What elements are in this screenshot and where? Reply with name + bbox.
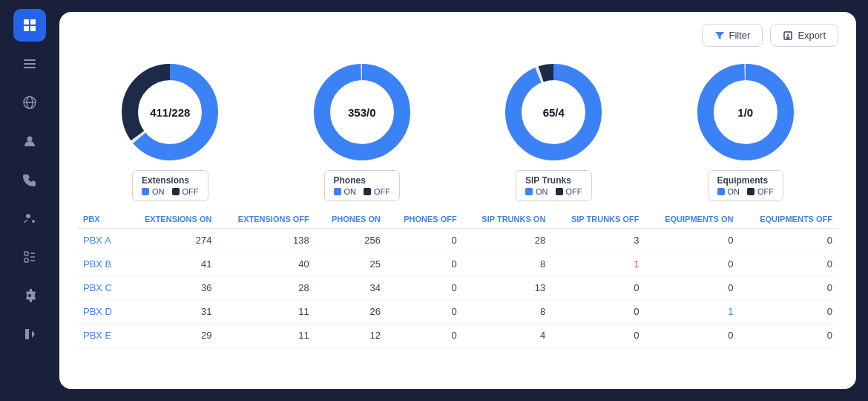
sidebar-item-dashboard[interactable] [13,9,46,42]
legend-dot-off-phones [364,188,371,195]
legend-items-sip-trunks: ON OFF [525,187,582,196]
cell-1-4: 0 [387,252,463,276]
legend-dot-off-extensions [172,188,180,195]
svg-rect-5 [24,63,36,65]
sidebar-item-settings[interactable] [13,279,46,312]
data-table: PBXEXTENSIONS ONEXTENSIONS OFFPHONES ONP… [77,210,838,348]
cell-4-0: PBX E [77,324,125,348]
legend-items-phones: ON OFF [334,187,391,196]
legend-dot-on-sip-trunks [525,188,533,195]
legend-items-extensions: ON OFF [142,187,199,196]
svg-rect-14 [24,258,28,262]
cell-2-2: 28 [217,276,315,300]
legend-dot-on-extensions [142,188,149,195]
cell-4-4: 0 [387,324,463,348]
cell-4-1: 29 [125,324,218,348]
donut-label-equipments: 1/0 [737,106,753,119]
cell-2-3: 34 [315,276,387,300]
phone-icon [22,172,37,187]
col-header-1: EXTENSIONS ON [125,210,218,229]
legend-items-equipments: ON OFF [717,187,775,196]
sidebar-item-items[interactable] [13,241,46,273]
svg-point-11 [26,214,30,218]
cell-1-1: 41 [125,252,218,276]
sidebar-item-user[interactable] [13,125,46,157]
filter-label: Filter [729,30,751,41]
user-config-icon [22,211,37,226]
legend-equipments: Equipments ON OFF [708,170,784,201]
main-card: Filter Export 411/228 Extensions ON [59,12,856,389]
cell-4-7: 0 [645,324,739,348]
donut-label-phones: 353/0 [348,106,376,119]
svg-rect-1 [30,19,36,25]
filter-button[interactable]: Filter [702,24,763,47]
cell-3-6: 0 [551,300,645,324]
charts-row: 411/228 Extensions ON OFF 353/0 Phones O… [59,53,856,201]
toolbar: Filter Export [59,12,856,53]
filter-icon [714,30,725,41]
cell-2-5: 13 [463,276,552,300]
col-header-6: SIP TRUNKS OFF [551,210,645,229]
svg-rect-13 [24,252,28,255]
legend-dot-on-phones [334,188,341,195]
cell-0-1: 274 [125,229,218,252]
sidebar-item-list[interactable] [13,48,46,80]
col-header-7: EQUIPMENTS ON [645,210,739,229]
table-container[interactable]: PBXEXTENSIONS ONEXTENSIONS OFFPHONES ONP… [59,201,856,389]
col-header-8: EQUIPMENTS OFF [739,210,838,229]
col-header-0: PBX [77,210,125,229]
svg-point-10 [27,137,33,142]
donut-sip-trunks: 65/4 [502,60,605,164]
cell-3-8: 0 [739,300,838,324]
legend-off-phones: OFF [364,187,390,196]
legend-on-equipments: ON [717,187,740,196]
svg-rect-6 [24,67,36,68]
legend-on-label-phones: ON [344,187,357,196]
cell-2-1: 36 [125,276,218,300]
col-header-4: PHONES OFF [387,210,463,229]
cell-4-2: 11 [217,324,315,348]
cell-4-6: 0 [551,324,645,348]
col-header-2: EXTENSIONS OFF [217,210,315,229]
sidebar [0,0,59,401]
cell-1-2: 40 [217,252,315,276]
legend-on-label-equipments: ON [728,187,740,196]
export-button[interactable]: Export [770,24,838,47]
chart-item-phones: 353/0 Phones ON OFF [310,60,414,201]
donut-extensions: 411/228 [118,60,222,164]
cell-0-0: PBX A [77,229,125,252]
legend-off-equipments: OFF [747,187,774,196]
export-icon [783,30,793,41]
legend-phones: Phones ON OFF [324,170,401,201]
svg-rect-2 [24,26,29,31]
svg-rect-4 [24,59,36,61]
cell-3-3: 26 [315,300,387,324]
cell-1-8: 0 [739,252,838,276]
sidebar-item-exit[interactable] [13,318,46,351]
cell-3-4: 0 [387,300,463,324]
svg-point-12 [32,220,35,223]
sidebar-item-phone[interactable] [13,163,46,196]
exit-icon [22,327,37,342]
table-row: PBX B41402508100 [77,252,838,276]
cell-2-6: 0 [551,276,645,300]
dashboard-icon [22,18,37,33]
legend-on-label-extensions: ON [152,187,165,196]
cell-2-4: 0 [387,276,463,300]
cell-0-7: 0 [645,229,739,252]
sidebar-item-user-config[interactable] [13,202,46,235]
col-header-3: PHONES ON [315,210,387,229]
chart-item-equipments: 1/0 Equipments ON OFF [694,60,798,201]
cell-0-2: 138 [217,229,315,252]
legend-dot-off-equipments [747,188,754,195]
cell-0-4: 0 [387,229,463,252]
settings-icon [22,288,37,303]
cell-2-0: PBX C [77,276,125,300]
svg-rect-3 [30,26,36,31]
globe-icon [22,95,37,110]
sidebar-item-globe[interactable] [13,86,46,119]
legend-title-extensions: Extensions [142,175,199,186]
cell-2-7: 0 [645,276,739,300]
legend-off-label-extensions: OFF [183,187,199,196]
table-row: PBX C362834013000 [77,276,838,300]
